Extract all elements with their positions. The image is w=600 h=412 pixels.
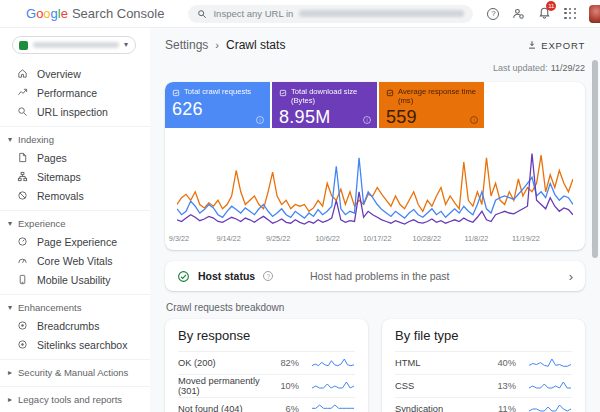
section-label: Experience xyxy=(18,218,66,229)
notifications-bell-icon[interactable]: 11 xyxy=(538,5,551,23)
row-css[interactable]: CSS 13% xyxy=(395,374,572,397)
tile-total-download-size[interactable]: Total download size (Bytes) 8.95M i xyxy=(272,82,377,128)
tile-average-response-time[interactable]: Average response time (ms) 559 i xyxy=(379,82,484,128)
row-percent: 11% xyxy=(488,404,516,412)
divider xyxy=(0,210,150,211)
info-icon[interactable]: i xyxy=(470,116,478,124)
checkbox-checked-icon xyxy=(279,89,287,97)
tile-value: 559 xyxy=(386,107,477,128)
crawl-trend-chart: 9/3/22 9/14/22 9/25/22 10/6/22 10/17/22 … xyxy=(165,128,585,250)
row-html[interactable]: HTML 40% xyxy=(395,351,572,374)
row-label: Syndication xyxy=(395,404,488,412)
line-chart-canvas xyxy=(177,140,573,232)
divider xyxy=(0,386,150,387)
sidebar-item-label: Sitemaps xyxy=(37,171,81,183)
tile-value: 8.95M xyxy=(279,107,370,128)
caret-right-icon: ▸ xyxy=(8,369,12,377)
enhancement-target-icon xyxy=(17,320,28,331)
sidebar-item-url-inspection[interactable]: URL inspection xyxy=(0,102,150,121)
sparkline-chart xyxy=(311,379,355,393)
experience-gauge-icon xyxy=(17,236,28,247)
row-label: Not found (404) xyxy=(178,404,271,412)
sidebar-section-enhancements[interactable]: ▾ Enhancements xyxy=(0,299,150,316)
x-tick-label: 10/28/22 xyxy=(413,234,441,243)
sidebar-item-removals[interactable]: Removals xyxy=(0,186,150,205)
search-placeholder: Inspect any URL in xyxy=(213,8,293,19)
sidebar-item-label: Mobile Usability xyxy=(37,274,111,286)
help-icon[interactable]: ? xyxy=(487,8,499,20)
checkbox-checked-icon xyxy=(386,89,394,97)
row-not-found-404[interactable]: Not found (404) 6% xyxy=(178,397,355,412)
sidebar-item-label: Overview xyxy=(37,68,81,80)
chevron-down-icon: ▾ xyxy=(124,41,128,49)
sidebar-item-label: Breadcrumbs xyxy=(37,320,99,332)
last-updated-label: Last updated: xyxy=(493,63,548,73)
row-label: HTML xyxy=(395,358,488,368)
help-icon[interactable]: ? xyxy=(263,271,273,281)
sidebar-section-indexing[interactable]: ▾ Indexing xyxy=(0,131,150,148)
smartphone-icon xyxy=(17,274,28,285)
check-circle-icon xyxy=(177,270,190,283)
export-button[interactable]: EXPORT xyxy=(527,40,585,51)
document-icon xyxy=(17,152,28,163)
sidebar-item-mobile-usability[interactable]: Mobile Usability xyxy=(0,270,150,289)
summary-tiles: Total crawl requests 626 i Total downloa… xyxy=(165,82,585,128)
x-tick-label: 11/8/22 xyxy=(464,234,488,243)
tile-label: Average response time (ms) xyxy=(398,88,477,105)
row-percent: 40% xyxy=(488,358,516,368)
top-app-bar: Google Search Console Inspect any URL in… xyxy=(0,0,600,28)
card-title: By file type xyxy=(395,328,572,351)
sparkline-chart xyxy=(528,356,572,370)
row-syndication[interactable]: Syndication 11% xyxy=(395,397,572,412)
host-status-message: Host had problems in the past xyxy=(310,270,450,282)
sidebar-item-label: Performance xyxy=(37,87,97,99)
sidebar-nav: ▾ Overview Performance URL inspection ▾ … xyxy=(0,28,150,412)
apps-grid-icon[interactable] xyxy=(564,8,576,20)
sidebar-item-sitemaps[interactable]: Sitemaps xyxy=(0,167,150,186)
sidebar-item-page-experience[interactable]: Page Experience xyxy=(0,232,150,251)
sidebar-item-label: Pages xyxy=(37,152,67,164)
sidebar-section-security-manual-actions[interactable]: ▸ Security & Manual Actions xyxy=(0,364,150,381)
url-inspection-search[interactable]: Inspect any URL in xyxy=(188,5,473,23)
export-label: EXPORT xyxy=(541,40,585,51)
crawl-stats-chart-card: Total crawl requests 626 i Total downloa… xyxy=(165,82,585,250)
sidebar-section-legacy-tools[interactable]: ▸ Legacy tools and reports xyxy=(0,391,150,408)
sidebar-item-overview[interactable]: Overview xyxy=(0,64,150,83)
sidebar-item-pages[interactable]: Pages xyxy=(0,148,150,167)
x-tick-label: 11/19/22 xyxy=(512,234,540,243)
x-tick-label: 9/14/22 xyxy=(216,234,240,243)
home-icon xyxy=(17,68,28,79)
breadcrumb: Settings › Crawl stats EXPORT xyxy=(165,35,585,55)
scrollbar-thumb[interactable] xyxy=(592,60,598,258)
sidebar-section-experience[interactable]: ▾ Experience xyxy=(0,215,150,232)
section-label: Legacy tools and reports xyxy=(18,394,122,405)
divider xyxy=(0,294,150,295)
profile-avatar[interactable] xyxy=(589,5,600,23)
sparkline-chart xyxy=(528,379,572,393)
sidebar-item-breadcrumbs[interactable]: Breadcrumbs xyxy=(0,316,150,335)
row-ok-200[interactable]: OK (200) 82% xyxy=(178,351,355,374)
sidebar-item-sitelinks-searchbox[interactable]: Sitelinks searchbox xyxy=(0,335,150,354)
user-settings-icon[interactable] xyxy=(512,7,525,20)
sidebar-item-core-web-vitals[interactable]: Core Web Vitals xyxy=(0,251,150,270)
info-icon[interactable]: i xyxy=(256,116,264,124)
blocked-icon xyxy=(17,190,28,201)
app-logo[interactable]: Google Search Console xyxy=(26,6,164,21)
section-label: Security & Manual Actions xyxy=(18,367,128,378)
info-icon[interactable]: i xyxy=(363,116,371,124)
tile-total-crawl-requests[interactable]: Total crawl requests 626 i xyxy=(165,82,270,128)
sitemap-icon xyxy=(17,171,28,182)
sidebar-item-label: Sitelinks searchbox xyxy=(37,339,127,351)
row-percent: 6% xyxy=(271,404,299,412)
breakdown-section-label: Crawl requests breakdown xyxy=(166,302,585,313)
property-selector[interactable]: ▾ xyxy=(12,36,136,54)
breadcrumb-settings-link[interactable]: Settings xyxy=(165,38,208,52)
sidebar-item-label: URL inspection xyxy=(37,106,108,118)
row-label: Moved permanently (301) xyxy=(178,376,271,396)
section-label: Indexing xyxy=(18,134,54,145)
x-tick-label: 9/25/22 xyxy=(266,234,290,243)
google-wordmark: Google xyxy=(26,6,68,21)
row-moved-301[interactable]: Moved permanently (301) 10% xyxy=(178,374,355,397)
sidebar-item-performance[interactable]: Performance xyxy=(0,83,150,102)
host-status-row[interactable]: Host status ? Host had problems in the p… xyxy=(165,261,585,291)
